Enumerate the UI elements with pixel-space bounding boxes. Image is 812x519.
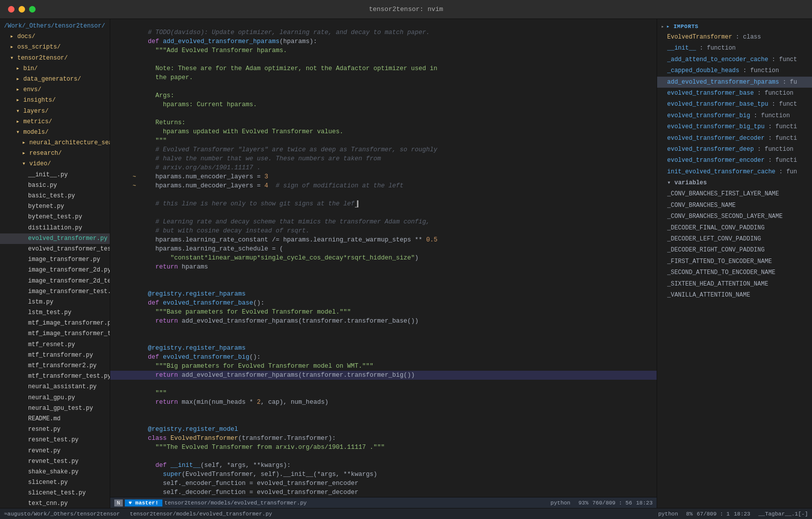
outline-item[interactable]: evolved_transformer_deep : function: [657, 144, 812, 155]
tree-item[interactable]: ▸ research/: [0, 148, 110, 159]
code-content[interactable]: # TODO(davidso): Update optimizer, learn…: [110, 19, 657, 497]
tree-item[interactable]: evolved_transformer_test.py: [0, 244, 110, 254]
outline-item[interactable]: init_evolved_transformer_cache : fun: [657, 166, 812, 177]
code-editor[interactable]: # TODO(davidso): Update optimizer, learn…: [110, 19, 657, 508]
outline-item[interactable]: _SECOND_ATTEND_TO_ENCODER_NAME: [657, 267, 812, 278]
outline-item[interactable]: __init__ : function: [657, 43, 812, 54]
cwd-path: ≈augusto/Work/_Others/tensor2tensor: [4, 511, 120, 517]
titlebar: tensor2tensor: nvim: [0, 0, 812, 19]
outline-item[interactable]: _capped_double_heads : function: [657, 65, 812, 76]
outline-item[interactable]: EvolvedTransformer : class: [657, 32, 812, 43]
outline-item[interactable]: _FIRST_ATTEND_TO_ENCODER_NAME: [657, 256, 812, 267]
tree-item[interactable]: ▸ metrics/: [0, 117, 110, 127]
outline-item[interactable]: _CONV_BRANCHES_SECOND_LAYER_NAME: [657, 211, 812, 222]
imports-header[interactable]: ▸ ▸ imports: [657, 22, 812, 31]
code-line: # arxiv.org/abs/1901.11117 .: [110, 163, 657, 172]
outline-item[interactable]: _CONV_BRANCHES_FIRST_LAYER_NAME: [657, 188, 812, 199]
code-line: self._decoder_function = evolved_transfo…: [110, 488, 657, 497]
outline-item[interactable]: evolved_transformer_base : function: [657, 88, 812, 99]
code-line: [110, 272, 657, 281]
tree-item[interactable]: ▾ layers/: [0, 106, 110, 117]
tree-item[interactable]: resnet.py: [0, 424, 110, 435]
code-line: [110, 380, 657, 389]
outline-item[interactable]: evolved_transformer_big_tpu : functi: [657, 121, 812, 132]
code-line: # this line is here only to show git sig…: [110, 199, 657, 208]
tree-item[interactable]: ▸ bin/: [0, 64, 110, 74]
code-line: # Evolved Transformer "layers" are twice…: [110, 145, 657, 154]
file-tree: /Work/_Others/tensor2tensor/ ▸ docs/▸ os…: [0, 19, 110, 508]
outline-item[interactable]: _CONV_BRANCHES_NAME: [657, 200, 812, 211]
code-line: [110, 109, 657, 118]
outline-item[interactable]: evolved_transformer_big : function: [657, 110, 812, 121]
tree-item[interactable]: ▸ data_generators/: [0, 74, 110, 85]
tree-item[interactable]: mtf_transformer2.py: [0, 361, 110, 371]
close-button[interactable]: [8, 6, 15, 13]
code-line: [110, 452, 657, 461]
code-line: hparams updated with Evolved Transformer…: [110, 127, 657, 136]
tree-item[interactable]: mtf_transformer_test.py: [0, 371, 110, 382]
tree-item[interactable]: bytenet.py: [0, 201, 110, 212]
tree-item[interactable]: neural_gpu.py: [0, 393, 110, 403]
tree-item[interactable]: ▸ oss_scripts/: [0, 42, 110, 53]
tree-item[interactable]: resnet_test.py: [0, 435, 110, 445]
tree-item[interactable]: ▾ models/: [0, 127, 110, 138]
outline-item[interactable]: _DECODER_RIGHT_CONV_PADDING: [657, 244, 812, 255]
tree-item[interactable]: slicenet.py: [0, 477, 110, 488]
window-controls[interactable]: [8, 6, 36, 13]
tree-item[interactable]: basic.py: [0, 180, 110, 191]
code-line: def add_evolved_transformer_hparams(hpar…: [110, 37, 657, 46]
outline-item[interactable]: _DECODER_FINAL_CONV_PADDING: [657, 222, 812, 233]
tree-item[interactable]: text_cnn.py: [0, 498, 110, 508]
outline-item[interactable]: _DECODER_LEFT_CONV_PADDING: [657, 233, 812, 244]
outline-item[interactable]: evolved_transformer_decoder : functi: [657, 133, 812, 144]
outline-item[interactable]: evolved_transformer_encoder : functi: [657, 155, 812, 166]
tree-item[interactable]: ▸ insights/: [0, 95, 110, 106]
code-line: @registry.register_hparams: [110, 290, 657, 299]
tree-item[interactable]: image_transformer_2d.py: [0, 265, 110, 276]
outline-item[interactable]: evolved_transformer_base_tpu : funct: [657, 99, 812, 110]
tree-item[interactable]: neural_assistant.py: [0, 382, 110, 392]
tree-item[interactable]: bytenet_test.py: [0, 212, 110, 222]
tree-item[interactable]: __init__.py: [0, 170, 110, 180]
code-line: return add_evolved_transformer_hparams(t…: [110, 371, 657, 380]
tree-item[interactable]: mtf_image_transformer_test.py: [0, 329, 110, 339]
tree-item[interactable]: revnet.py: [0, 446, 110, 456]
tree-item[interactable]: ▸ neural_architecture_search/: [0, 138, 110, 148]
imports-label: ▸ imports: [667, 23, 699, 30]
tree-item[interactable]: image_transformer_2d_test.py: [0, 276, 110, 287]
bottom-lang: python: [658, 511, 678, 517]
imports-section[interactable]: ▸ ▸ imports: [657, 21, 812, 32]
tree-item[interactable]: ▾ tensor2tensor/: [0, 53, 110, 64]
tree-item[interactable]: lstm_test.py: [0, 308, 110, 318]
editor-lang: python: [550, 500, 570, 506]
tree-item[interactable]: neural_gpu_test.py: [0, 403, 110, 414]
tree-item[interactable]: evolved_transformer.py: [0, 233, 110, 244]
outline-item[interactable]: add_evolved_transformer_hparams : fu: [657, 77, 812, 88]
tree-item[interactable]: ▸ envs/: [0, 85, 110, 95]
tree-item[interactable]: slicenet_test.py: [0, 488, 110, 498]
outline-item[interactable]: _VANILLA_ATTENTION_NAME: [657, 290, 812, 301]
code-line: [110, 335, 657, 344]
outline-item[interactable]: ▾ variables: [657, 177, 812, 188]
tree-item[interactable]: distillation.py: [0, 223, 110, 233]
code-line: self._encoder_function = evolved_transfo…: [110, 479, 657, 488]
outline-item[interactable]: _SIXTEEN_HEAD_ATTENTION_NAME: [657, 279, 812, 290]
tree-item[interactable]: image_transformer_test.py: [0, 287, 110, 297]
tree-item[interactable]: shake_shake.py: [0, 467, 110, 477]
maximize-button[interactable]: [29, 6, 36, 13]
tree-item[interactable]: mtf_transformer.py: [0, 350, 110, 361]
tree-item[interactable]: ▾ video/: [0, 159, 110, 169]
window-title: tensor2tensor: nvim: [369, 6, 443, 13]
tree-item[interactable]: mtf_image_transformer.py: [0, 318, 110, 329]
tree-item[interactable]: ▸ docs/: [0, 32, 110, 42]
code-line: [110, 82, 657, 91]
tree-item[interactable]: lstm.py: [0, 297, 110, 308]
tree-item[interactable]: README.md: [0, 414, 110, 424]
tree-item[interactable]: image_transformer.py: [0, 254, 110, 265]
tree-item[interactable]: mtf_resnet.py: [0, 340, 110, 350]
minimize-button[interactable]: [19, 6, 25, 13]
tree-item[interactable]: basic_test.py: [0, 191, 110, 201]
outline-item[interactable]: _add_attend_to_encoder_cache : funct: [657, 54, 812, 65]
tree-item[interactable]: revnet_test.py: [0, 456, 110, 467]
vim-mode: N: [114, 499, 123, 506]
